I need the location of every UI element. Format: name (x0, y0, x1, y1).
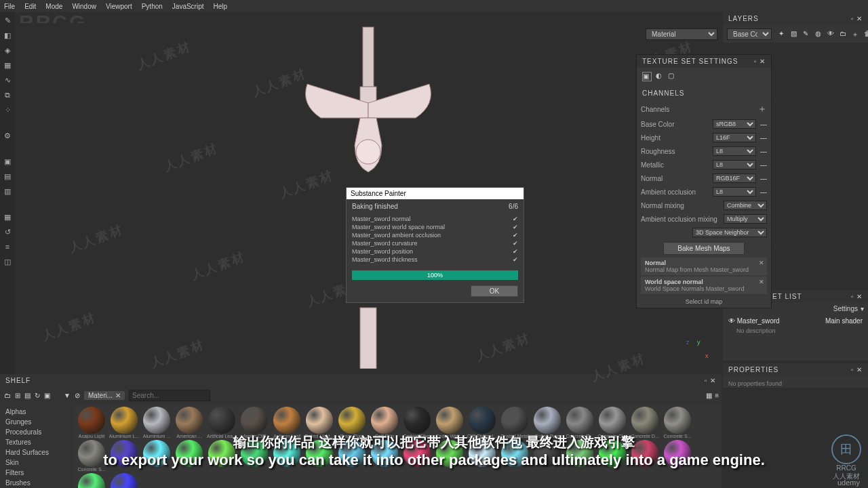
remove-channel-icon[interactable]: — (760, 161, 767, 169)
dock-icon[interactable]: ▫ (851, 15, 854, 22)
quickmask-icon[interactable]: ▣ (3, 157, 12, 167)
viewport-material-dropdown[interactable]: Material (646, 28, 717, 40)
svg-rect-1 (360, 87, 376, 103)
baking-status: Baking finished (352, 203, 398, 210)
projection-tool-icon[interactable]: ◈ (3, 46, 12, 56)
channel-format-dropdown[interactable]: L16F (713, 133, 756, 142)
dock-icon[interactable]: ▫ (754, 58, 757, 65)
addlayer-icon[interactable]: ＋ (852, 30, 860, 38)
channel-format-dropdown[interactable]: RGB16F (713, 174, 756, 183)
polyfill-tool-icon[interactable]: ▦ (3, 61, 12, 70)
wand-icon[interactable]: ✦ (778, 30, 787, 38)
smudge-tool-icon[interactable]: ∿ (3, 76, 12, 85)
settings-icon[interactable]: ⚙ (3, 131, 12, 141)
material-thumbnail[interactable] (76, 473, 107, 488)
dock-icon[interactable]: ▫ (851, 293, 854, 300)
check-icon: ✔ (513, 224, 518, 230)
brush-tool-icon[interactable]: ✎ (3, 16, 12, 26)
close-icon[interactable]: ✕ (759, 260, 764, 266)
menu-mode[interactable]: Mode (45, 3, 62, 10)
channel-format-dropdown[interactable]: sRGB8 (713, 119, 756, 129)
menu-file[interactable]: File (4, 3, 15, 10)
3dview-icon[interactable]: ◫ (3, 258, 12, 267)
close-icon[interactable]: ✕ (856, 366, 863, 373)
menu-help[interactable]: Help (214, 3, 228, 10)
eye-icon[interactable]: 👁 (827, 30, 835, 38)
add-channel-icon[interactable]: ＋ (757, 103, 767, 115)
remove-channel-icon[interactable]: — (760, 188, 767, 196)
channels-header: CHANNELS (637, 85, 771, 101)
menu-viewport[interactable]: Viewport (106, 3, 132, 10)
history-icon[interactable]: ↺ (3, 228, 12, 237)
channel-format-dropdown[interactable]: L8 (713, 160, 756, 169)
close-icon[interactable]: ✕ (856, 15, 863, 22)
texset-tab3-icon[interactable]: ▢ (668, 72, 676, 80)
menu-edit[interactable]: Edit (24, 3, 36, 10)
list-view-icon[interactable]: ≡ (715, 392, 719, 399)
remove-channel-icon[interactable]: — (760, 134, 767, 142)
search-input[interactable] (129, 390, 210, 401)
mesh-map-entry[interactable]: World space normalWorld Space Normals Ma… (641, 277, 767, 294)
shelf-filter-tag[interactable]: Materi...✕ (84, 391, 125, 400)
picker-tool-icon[interactable]: ⁘ (3, 106, 12, 115)
shelf-category[interactable]: Grunges (0, 417, 73, 427)
bake-mesh-maps-button[interactable]: Bake Mesh Maps (663, 242, 745, 255)
folder-icon[interactable]: 🗀 (840, 30, 848, 38)
shelf-icon[interactable]: ▦ (3, 213, 12, 222)
grid-view-icon[interactable]: ▦ (706, 392, 712, 399)
maskfill-icon[interactable]: ▨ (791, 30, 799, 38)
normal-mixing-dropdown[interactable]: Combine (724, 201, 767, 210)
bucket-icon[interactable]: ◍ (815, 30, 823, 38)
select-id-map[interactable]: Select id map (637, 296, 771, 308)
remove-channel-icon[interactable]: — (760, 121, 767, 128)
channel-name: Ambient occlusion (641, 188, 709, 196)
dock-icon[interactable]: ▫ (851, 366, 854, 373)
chevron-down-icon[interactable]: ▾ (861, 305, 864, 312)
settings-dropdown[interactable]: Settings (833, 305, 858, 312)
ok-button[interactable]: OK (471, 285, 518, 297)
shelf-sub-icon[interactable]: ▣ (44, 392, 50, 399)
shelf-new-icon[interactable]: ⊞ (15, 392, 20, 399)
shelf-import-icon[interactable]: ▤ (24, 392, 31, 399)
channel-name: Roughness (641, 148, 709, 155)
filter-icon[interactable]: ▼ (64, 392, 71, 399)
shelf-category[interactable]: Filters (0, 468, 73, 478)
shelf-category[interactable]: Alphas (0, 407, 73, 417)
material-thumbnail[interactable] (108, 473, 140, 488)
subtitle-english: to export your work so you can take it i… (0, 451, 868, 469)
close-icon[interactable]: ✕ (856, 293, 863, 300)
check-icon: ✔ (513, 240, 518, 247)
shelf-category[interactable]: Brushes (0, 478, 73, 488)
close-icon[interactable]: ✕ (710, 377, 716, 384)
remove-channel-icon[interactable]: — (760, 148, 767, 155)
channel-dropdown[interactable]: Base Color (727, 28, 772, 40)
ao-mixing-dropdown[interactable]: Multiply (724, 214, 767, 224)
baking-icon[interactable]: ▤ (3, 172, 12, 182)
pen-icon[interactable]: ✎ (803, 30, 811, 38)
channel-format-dropdown[interactable]: L8 (713, 146, 756, 156)
close-icon[interactable]: ✕ (759, 279, 764, 285)
mesh-map-entry[interactable]: NormalNormal Map from Mesh Master_sword✕ (641, 258, 767, 275)
remove-channel-icon[interactable]: — (760, 175, 767, 182)
shelf-home-icon[interactable]: 🗀 (4, 392, 11, 399)
texture-set-item[interactable]: 👁 Master_sword Main shader (723, 314, 868, 327)
menu-javascript[interactable]: JavaScript (172, 3, 204, 10)
eye-icon[interactable]: 👁 (728, 317, 735, 325)
menu-window[interactable]: Window (72, 3, 96, 10)
menu-python[interactable]: Python (142, 3, 163, 10)
channel-format-dropdown[interactable]: L8 (713, 187, 756, 197)
uv-space-dropdown[interactable]: 3D Space Neighbor (692, 228, 767, 237)
close-icon[interactable]: ✕ (760, 58, 766, 65)
eraser-tool-icon[interactable]: ◧ (3, 31, 12, 41)
texset-tab2-icon[interactable]: ◐ (656, 72, 664, 80)
axis-gizmo[interactable]: y z x (686, 339, 713, 366)
clone-tool-icon[interactable]: ⧉ (3, 91, 12, 100)
delete-icon[interactable]: 🗑 (864, 30, 868, 38)
clear-filter-icon[interactable]: ⊘ (75, 392, 80, 399)
dock-icon[interactable]: ▫ (705, 377, 708, 384)
layermask-icon[interactable]: ▥ (3, 187, 12, 197)
shelf-reload-icon[interactable]: ↻ (35, 392, 40, 399)
log-icon[interactable]: ≡ (3, 243, 12, 252)
close-icon[interactable]: ✕ (115, 392, 121, 399)
texset-tab-icon[interactable]: ▣ (642, 72, 652, 81)
